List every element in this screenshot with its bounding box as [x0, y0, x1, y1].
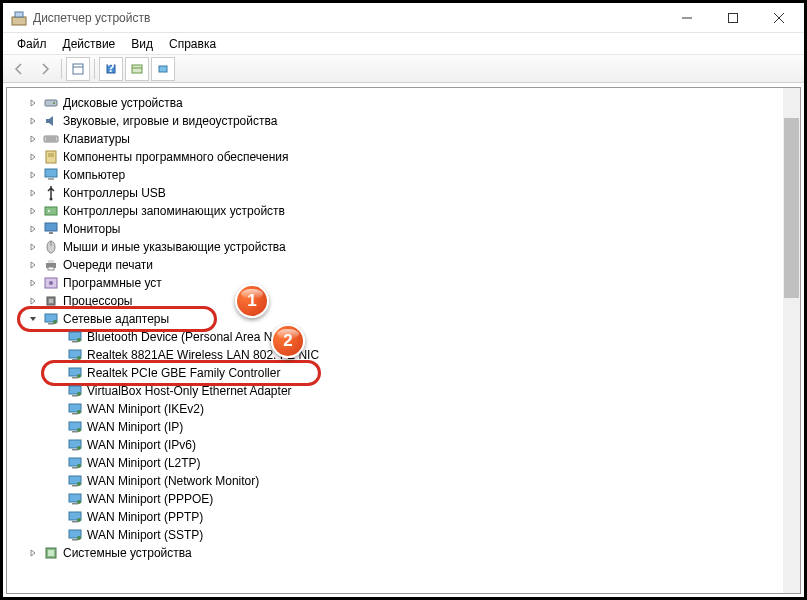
tree-item[interactable]: Системные устройства — [9, 544, 783, 562]
scrollbar[interactable] — [783, 88, 800, 593]
window-title: Диспетчер устройств — [33, 11, 664, 25]
expand-arrow-icon[interactable] — [27, 170, 39, 180]
minimize-button[interactable] — [664, 4, 710, 32]
tree-item[interactable]: Мыши и иные указывающие устройства — [9, 238, 783, 256]
menu-action[interactable]: Действие — [55, 35, 124, 53]
tree-item-label: WAN Miniport (PPPOE) — [87, 492, 213, 506]
expand-arrow-icon[interactable] — [27, 116, 39, 126]
tree-item[interactable]: Дисковые устройства — [9, 94, 783, 112]
svg-rect-62 — [72, 467, 78, 469]
tree-item[interactable]: Мониторы — [9, 220, 783, 238]
monitor-icon — [43, 221, 59, 237]
svg-rect-0 — [12, 17, 26, 25]
tree-item[interactable]: Очереди печати — [9, 256, 783, 274]
menu-file[interactable]: Файл — [9, 35, 55, 53]
svg-point-63 — [77, 464, 81, 468]
tree-item-label: Контроллеры запоминающих устройств — [63, 204, 285, 218]
tree-item[interactable]: Realtek PCIe GBE Family Controller — [9, 364, 783, 382]
sound-icon — [43, 113, 59, 129]
net-icon — [67, 329, 83, 345]
svg-point-69 — [77, 500, 81, 504]
tree-item-label: WAN Miniport (L2TP) — [87, 456, 201, 470]
svg-point-39 — [53, 320, 57, 324]
svg-rect-74 — [72, 539, 78, 541]
tree-item[interactable]: Компоненты программного обеспечения — [9, 148, 783, 166]
menu-help[interactable]: Справка — [161, 35, 224, 53]
tree-item[interactable]: WAN Miniport (IP) — [9, 418, 783, 436]
net-icon — [43, 311, 59, 327]
scrollbar-thumb[interactable] — [784, 118, 799, 298]
tree-item[interactable]: WAN Miniport (L2TP) — [9, 454, 783, 472]
tree-item-label: WAN Miniport (PPTP) — [87, 510, 203, 524]
svg-point-45 — [77, 356, 81, 360]
swdev-icon — [43, 275, 59, 291]
net-icon — [67, 491, 83, 507]
system-icon — [43, 545, 59, 561]
close-button[interactable] — [756, 4, 802, 32]
svg-rect-77 — [48, 550, 54, 556]
tree-item-label: Контроллеры USB — [63, 186, 166, 200]
expand-arrow-icon[interactable] — [27, 98, 39, 108]
svg-rect-59 — [72, 449, 78, 451]
toolbar: ? — [3, 55, 804, 83]
tree-item[interactable]: WAN Miniport (PPTP) — [9, 508, 783, 526]
net-icon — [67, 437, 83, 453]
tree-item[interactable]: WAN Miniport (IKEv2) — [9, 400, 783, 418]
svg-point-25 — [48, 210, 50, 212]
expand-arrow-icon[interactable] — [27, 548, 39, 558]
tree-item[interactable]: Процессоры — [9, 292, 783, 310]
expand-arrow-icon[interactable] — [27, 134, 39, 144]
expand-arrow-icon[interactable] — [27, 206, 39, 216]
back-button[interactable] — [7, 57, 31, 81]
tree-item-label: Программные уст — [63, 276, 162, 290]
tree-item[interactable]: Программные уст — [9, 274, 783, 292]
tree-item-label: Мониторы — [63, 222, 120, 236]
expand-arrow-icon[interactable] — [27, 314, 39, 324]
svg-rect-32 — [48, 267, 54, 270]
tree-item[interactable]: VirtualBox Host-Only Ethernet Adapter — [9, 382, 783, 400]
svg-rect-56 — [72, 431, 78, 433]
mouse-icon — [43, 239, 59, 255]
expand-arrow-icon[interactable] — [27, 278, 39, 288]
expand-arrow-icon[interactable] — [27, 296, 39, 306]
menu-view[interactable]: Вид — [123, 35, 161, 53]
tree-item[interactable]: Bluetooth Device (Personal Area N — [9, 328, 783, 346]
svg-rect-6 — [73, 64, 83, 74]
toolbar-button-1[interactable] — [66, 57, 90, 81]
maximize-button[interactable] — [710, 4, 756, 32]
svg-point-60 — [77, 446, 81, 450]
net-icon — [67, 347, 83, 363]
tree-item[interactable]: Realtek 8821AE Wireless LAN 802. I-E NIC — [9, 346, 783, 364]
keyboard-icon — [43, 131, 59, 147]
expand-arrow-icon[interactable] — [27, 188, 39, 198]
tree-item[interactable]: Клавиатуры — [9, 130, 783, 148]
tree-item[interactable]: Звуковые, игровые и видеоустройства — [9, 112, 783, 130]
tree-item[interactable]: WAN Miniport (Network Monitor) — [9, 472, 783, 490]
expand-arrow-icon[interactable] — [27, 224, 39, 234]
svg-point-54 — [77, 410, 81, 414]
device-tree[interactable]: Дисковые устройстваЗвуковые, игровые и в… — [7, 88, 783, 593]
tree-item[interactable]: Компьютер — [9, 166, 783, 184]
tree-item[interactable]: Контроллеры запоминающих устройств — [9, 202, 783, 220]
svg-rect-68 — [72, 503, 78, 505]
toolbar-button-2[interactable]: ? — [99, 57, 123, 81]
svg-rect-44 — [72, 359, 78, 361]
svg-rect-50 — [72, 395, 78, 397]
tree-item[interactable]: Контроллеры USB — [9, 184, 783, 202]
tree-item[interactable]: Сетевые адаптеры — [9, 310, 783, 328]
tree-item-label: WAN Miniport (IPv6) — [87, 438, 196, 452]
expand-arrow-icon[interactable] — [27, 260, 39, 270]
svg-rect-18 — [46, 151, 56, 163]
svg-rect-13 — [45, 100, 57, 106]
toolbar-button-4[interactable] — [151, 57, 175, 81]
tree-item-label: Процессоры — [63, 294, 133, 308]
tree-item[interactable]: WAN Miniport (SSTP) — [9, 526, 783, 544]
forward-button[interactable] — [33, 57, 57, 81]
svg-rect-22 — [48, 178, 54, 180]
expand-arrow-icon[interactable] — [27, 152, 39, 162]
tree-item[interactable]: WAN Miniport (IPv6) — [9, 436, 783, 454]
expand-arrow-icon[interactable] — [27, 242, 39, 252]
toolbar-button-3[interactable] — [125, 57, 149, 81]
tree-item[interactable]: WAN Miniport (PPPOE) — [9, 490, 783, 508]
net-icon — [67, 383, 83, 399]
